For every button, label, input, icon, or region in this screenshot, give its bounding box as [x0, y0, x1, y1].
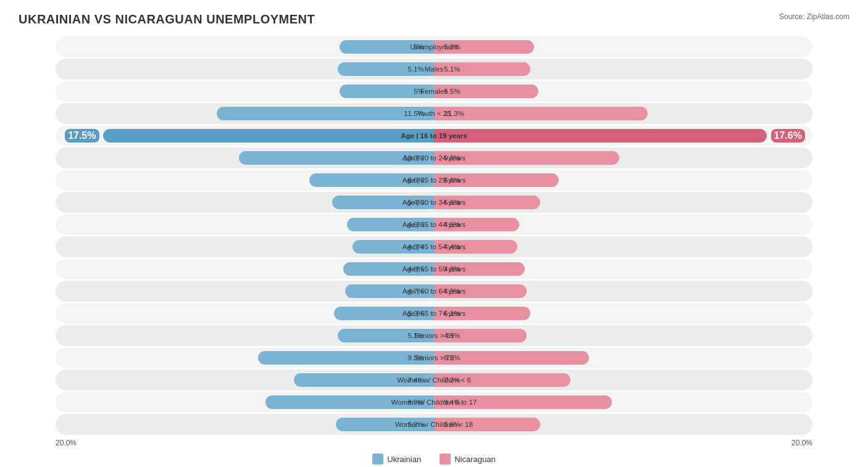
ukrainian-label: Ukrainian: [387, 455, 421, 464]
value-left: 4.3%: [408, 243, 427, 250]
chart-row: Age | 30 to 34 years5.4%5.6%: [56, 192, 812, 213]
value-right: 5.6%: [441, 199, 460, 206]
value-left: 5.1%: [408, 65, 427, 73]
legend-nicaraguan: Nicaraguan: [440, 453, 496, 465]
value-right: 4.9%: [441, 287, 460, 295]
chart-row: Age | 16 to 19 years17.5%17.6%: [56, 125, 812, 146]
value-left: 5%: [414, 43, 427, 51]
row-label: Age | 16 to 19 years: [401, 132, 467, 139]
chart-row: Seniors > 759.3%8.2%: [56, 347, 812, 368]
chart-row: Age | 55 to 59 years4.8%4.8%: [56, 258, 812, 279]
value-right: 7.2%: [441, 376, 460, 384]
value-right: 4.9%: [441, 332, 460, 339]
row-label: Women w/ Children 6 to 17: [391, 399, 477, 406]
chart-row: Youth < 2511.5%11.3%: [56, 103, 812, 124]
chart-row: Age | 45 to 54 years4.3%4.4%: [56, 236, 812, 257]
value-left: 5.4%: [408, 199, 427, 206]
value-left: 6.6%: [408, 176, 427, 184]
value-right: 5.1%: [441, 65, 460, 73]
nicaraguan-label: Nicaraguan: [454, 455, 496, 464]
chart-row: Women w/ Children < 67.4%7.2%: [56, 370, 812, 391]
chart-row: Seniors > 655.1%4.9%: [56, 325, 812, 346]
chart-header: UKRAINIAN VS NICARAGUAN UNEMPLOYMENT Sou…: [19, 12, 849, 27]
chart-row: Women w/ Children < 185.2%5.6%: [56, 414, 812, 435]
value-left: 5.3%: [408, 310, 427, 317]
chart-row: Women w/ Children 6 to 178.9%9.4%: [56, 392, 812, 413]
value-left: 9.3%: [408, 354, 427, 362]
bar-left: [217, 107, 434, 120]
value-left: 4.8%: [408, 265, 427, 273]
value-right: 4.5%: [441, 221, 460, 228]
chart-row: Age | 65 to 74 years5.3%5.1%: [56, 303, 812, 324]
value-right: 11.3%: [441, 110, 464, 117]
value-left: 5.2%: [408, 421, 427, 428]
value-right: 4.8%: [441, 265, 460, 273]
value-right: 17.6%: [771, 129, 805, 143]
value-left: 17.5%: [65, 129, 99, 143]
chart-row: Females5%5.5%: [56, 81, 812, 102]
value-left: 5%: [414, 88, 427, 95]
rows-wrapper: Unemployment5%5.3%Males5.1%5.1%Females5%…: [19, 36, 849, 435]
value-right: 8.2%: [441, 354, 460, 362]
value-left: 11.5%: [404, 110, 427, 117]
chart-row: Age | 35 to 44 years4.6%4.5%: [56, 214, 812, 235]
chart-container: UKRAINIAN VS NICARAGUAN UNEMPLOYMENT Sou…: [0, 0, 868, 467]
value-right: 5.6%: [441, 421, 460, 428]
chart-title: UKRAINIAN VS NICARAGUAN UNEMPLOYMENT: [19, 12, 315, 27]
value-right: 9.4%: [441, 399, 460, 406]
bar-left: [103, 129, 434, 143]
chart-source: Source: ZipAtlas.com: [779, 12, 849, 21]
value-left: 5.1%: [408, 332, 427, 339]
row-label: Women w/ Children < 18: [395, 421, 473, 428]
nicaraguan-color-swatch: [440, 453, 451, 465]
axis-row: 20.0% 20.0%: [19, 439, 849, 447]
legend-ukrainian: Ukrainian: [372, 453, 421, 465]
value-left: 7.4%: [408, 376, 427, 384]
value-right: 5.3%: [441, 43, 460, 51]
axis-right: 20.0%: [791, 439, 812, 447]
value-right: 5.1%: [441, 310, 460, 317]
value-left: 4.6%: [408, 221, 427, 228]
bar-right: [434, 129, 767, 143]
ukrainian-color-swatch: [372, 453, 383, 465]
value-left: 10.3%: [404, 154, 427, 162]
row-label: Males: [425, 65, 444, 73]
bar-right: [434, 107, 648, 120]
value-right: 4.4%: [441, 243, 460, 250]
value-right: 5.5%: [441, 88, 460, 95]
legend: Ukrainian Nicaraguan: [19, 453, 849, 465]
chart-row: Age | 20 to 24 years10.3%9.8%: [56, 147, 812, 168]
chart-row: Age | 60 to 64 years4.7%4.9%: [56, 281, 812, 302]
value-right: 9.8%: [441, 154, 460, 162]
value-left: 4.7%: [408, 287, 427, 295]
chart-row: Males5.1%5.1%: [56, 59, 812, 80]
chart-row: Unemployment5%5.3%: [56, 36, 812, 57]
axis-left: 20.0%: [56, 439, 77, 447]
value-right: 6.6%: [441, 176, 460, 184]
chart-row: Age | 25 to 29 years6.6%6.6%: [56, 170, 812, 191]
value-left: 8.9%: [408, 399, 427, 406]
